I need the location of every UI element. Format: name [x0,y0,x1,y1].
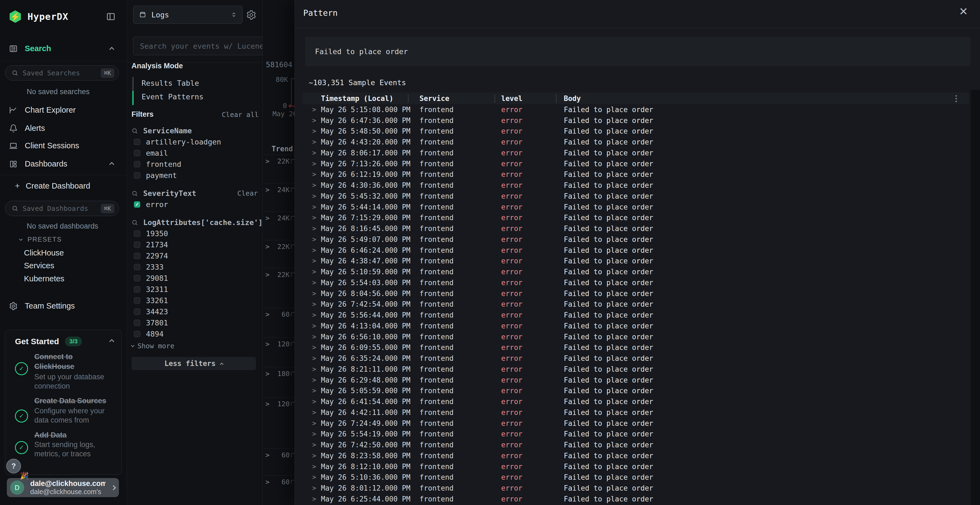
pattern-row-peek[interactable]: >180 [263,367,294,378]
pattern-row-peek[interactable]: >60 [263,448,294,459]
filter-option[interactable]: ✓error [132,199,259,210]
row-expand-icon[interactable]: > [312,290,321,297]
event-row[interactable]: >May 26 5:44:14.000 PMfrontenderrorFaile… [312,202,969,213]
column-resize-handle[interactable] [494,95,495,102]
event-row[interactable]: >May 26 5:49:07.000 PMfrontenderrorFaile… [312,234,969,245]
filter-option[interactable]: 34423 [132,306,259,317]
preset-clickhouse[interactable]: ClickHouse [24,248,64,257]
event-row[interactable]: >May 26 5:54:19.000 PMfrontenderrorFaile… [312,429,969,440]
saved-searches-search[interactable]: ⌘K [5,65,119,81]
table-options-icon[interactable] [953,95,959,102]
presets-toggle[interactable]: PRESETS [20,236,62,243]
dashboards-section-collapse-icon[interactable] [109,162,114,167]
saved-dashboards-search[interactable]: ⌘K [5,201,119,216]
clear-all-filters-button[interactable]: Clear all [222,111,259,119]
filter-option[interactable]: 4894 [132,329,259,340]
event-row[interactable]: >May 26 4:13:04.000 PMfrontenderrorFaile… [312,321,969,332]
row-expand-icon[interactable]: > [266,243,269,251]
event-row[interactable]: >May 26 8:16:45.000 PMfrontenderrorFaile… [312,223,969,234]
checkbox[interactable] [134,253,140,259]
gs-item-title[interactable]: Create Data Sources [34,396,124,406]
show-more-button[interactable]: Show more [132,340,259,351]
event-row[interactable]: >May 26 6:46:24.000 PMfrontenderrorFaile… [312,245,969,256]
row-expand-icon[interactable]: > [312,398,321,405]
row-expand-icon[interactable]: > [266,340,269,348]
event-row[interactable]: >May 26 6:25:44.000 PMfrontenderrorFaile… [312,494,969,505]
row-expand-icon[interactable]: > [266,214,269,222]
row-expand-icon[interactable]: > [312,495,321,503]
pattern-row-peek[interactable]: >22K [263,240,294,251]
checkbox[interactable] [134,286,140,292]
event-row[interactable]: >May 26 4:38:47.000 PMfrontenderrorFaile… [312,256,969,267]
filter-option[interactable]: frontend [132,159,259,170]
sidebar-item-search[interactable]: Search [9,44,51,53]
event-row[interactable]: >May 26 8:06:17.000 PMfrontenderrorFaile… [312,148,969,158]
row-expand-icon[interactable]: > [266,400,269,408]
event-row[interactable]: >May 26 7:42:54.000 PMfrontenderrorFaile… [312,299,969,310]
event-row[interactable]: >May 26 8:01:12.000 PMfrontenderrorFaile… [312,483,969,494]
row-expand-icon[interactable]: > [312,430,321,438]
sidebar-item-alerts[interactable]: Alerts [9,124,45,133]
pattern-row-peek[interactable]: >24K [263,211,294,222]
row-expand-icon[interactable]: > [312,149,321,157]
scrollbar[interactable] [971,90,980,505]
row-expand-icon[interactable]: > [312,214,321,221]
sidebar-item-chart-explorer[interactable]: Chart Explorer [9,106,76,114]
sidebar-collapse-icon[interactable] [106,12,116,22]
row-expand-icon[interactable]: > [312,268,321,276]
pattern-row-peek[interactable]: >22K [263,268,294,279]
event-row[interactable]: >May 26 5:15:08.000 PMfrontenderrorFaile… [312,104,969,115]
row-expand-icon[interactable]: > [312,441,321,449]
filter-option[interactable]: payment [132,170,259,181]
row-expand-icon[interactable]: > [312,387,321,395]
event-row[interactable]: >May 26 4:43:20.000 PMfrontenderrorFaile… [312,137,969,148]
event-row[interactable]: >May 26 5:10:36.000 PMfrontenderrorFaile… [312,472,969,483]
event-row[interactable]: >May 26 5:45:32.000 PMfrontenderrorFaile… [312,191,969,202]
checkbox[interactable] [134,150,140,156]
filter-option[interactable]: 32311 [132,284,259,295]
event-row[interactable]: >May 26 6:47:36.000 PMfrontenderrorFaile… [312,115,969,126]
row-expand-icon[interactable]: > [312,160,321,168]
search-icon[interactable] [132,128,138,134]
checkbox[interactable] [134,308,140,315]
row-expand-icon[interactable]: > [312,354,321,362]
row-expand-icon[interactable]: > [312,279,321,286]
checkbox[interactable] [134,161,140,167]
mode-event-patterns[interactable]: Event Patterns [142,92,204,101]
preset-services[interactable]: Services [24,261,54,270]
event-row[interactable]: >May 26 4:30:36.000 PMfrontenderrorFaile… [312,180,969,191]
row-expand-icon[interactable]: > [312,138,321,146]
event-row[interactable]: >May 26 7:15:29.000 PMfrontenderrorFaile… [312,213,969,223]
row-expand-icon[interactable]: > [312,419,321,427]
source-select[interactable]: Logs [133,6,243,24]
pattern-row-peek[interactable]: >60 [263,475,294,486]
event-row[interactable]: >May 26 8:23:58.000 PMfrontenderrorFaile… [312,450,969,461]
sidebar-item-dashboards[interactable]: Dashboards [9,159,67,168]
row-expand-icon[interactable]: > [312,376,321,384]
pattern-row-peek[interactable]: >120 [263,397,294,408]
column-resize-handle[interactable] [408,95,409,102]
help-button[interactable]: ? [6,459,21,473]
event-row[interactable]: >May 26 7:13:26.000 PMfrontenderrorFaile… [312,158,969,169]
event-row[interactable]: >May 26 6:09:55.000 PMfrontenderrorFaile… [312,342,969,353]
search-section-collapse-icon[interactable] [109,47,114,52]
row-expand-icon[interactable]: > [312,473,321,481]
row-expand-icon[interactable]: > [266,310,269,318]
saved-dashboards-input[interactable] [22,205,96,213]
row-expand-icon[interactable]: > [266,478,269,486]
filter-option[interactable]: 21734 [132,239,259,250]
row-expand-icon[interactable]: > [312,117,321,124]
search-icon[interactable] [132,219,138,226]
filter-group-clear-button[interactable]: Clear [237,189,258,197]
source-settings-button[interactable] [246,10,256,20]
checkbox[interactable] [134,139,140,145]
checkbox[interactable] [134,264,140,270]
row-expand-icon[interactable]: > [266,370,269,378]
sidebar-item-team-settings[interactable]: Team Settings [9,302,75,310]
event-row[interactable]: >May 26 7:42:50.000 PMfrontenderrorFaile… [312,440,969,450]
row-expand-icon[interactable]: > [312,106,321,113]
close-icon[interactable]: ✕ [959,6,968,17]
mode-results-table[interactable]: Results Table [142,79,199,87]
less-filters-button[interactable]: Less filters [132,357,256,370]
search-icon[interactable] [132,190,138,197]
